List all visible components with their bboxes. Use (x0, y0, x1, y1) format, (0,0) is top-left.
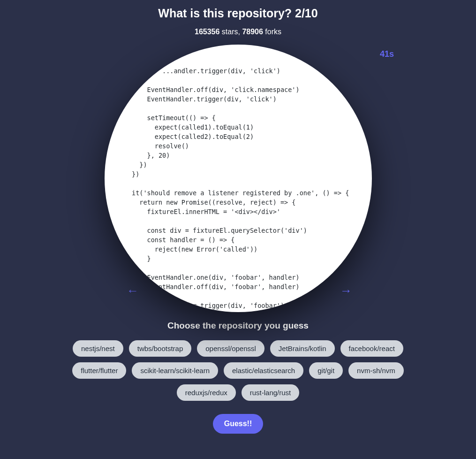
option-pill[interactable]: git/git (309, 362, 343, 379)
forks-label: forks (263, 28, 281, 36)
choose-label: Choose the repository you guess (167, 321, 309, 331)
option-pill[interactable]: JetBrains/kotlin (270, 340, 335, 357)
stars-label: stars, (219, 28, 242, 36)
option-pill[interactable]: nvm-sh/nvm (348, 362, 404, 379)
option-pill[interactable]: openssl/openssl (197, 340, 264, 357)
option-pill[interactable]: elastic/elasticsearch (224, 362, 303, 379)
forks-count: 78906 (242, 28, 263, 36)
code-snippet: ...andler.trigger(div, 'click') EventHan… (117, 66, 349, 312)
option-pill[interactable]: reduxjs/redux (177, 384, 236, 401)
guess-button[interactable]: Guess!! (213, 414, 264, 434)
countdown-timer: 41s (380, 49, 394, 59)
option-pill[interactable]: scikit-learn/scikit-learn (132, 362, 218, 379)
option-pill[interactable]: nestjs/nest (73, 340, 123, 357)
repo-stats: 165356 stars, 78906 forks (195, 28, 281, 36)
option-pill[interactable]: rust-lang/rust (242, 384, 300, 401)
stars-count: 165356 (195, 28, 219, 36)
code-magnifier[interactable]: ...andler.trigger(div, 'click') EventHan… (105, 45, 372, 312)
arrow-right-icon[interactable]: → (340, 283, 352, 298)
arrow-left-icon[interactable]: ← (127, 283, 139, 298)
page-title: What is this repository? 2/10 (158, 7, 317, 20)
option-pill[interactable]: facebook/react (340, 340, 403, 357)
option-pill[interactable]: flutter/flutter (72, 362, 126, 379)
options-container: nestjs/nesttwbs/bootstrapopenssl/openssl… (69, 340, 407, 401)
option-pill[interactable]: twbs/bootstrap (129, 340, 192, 357)
